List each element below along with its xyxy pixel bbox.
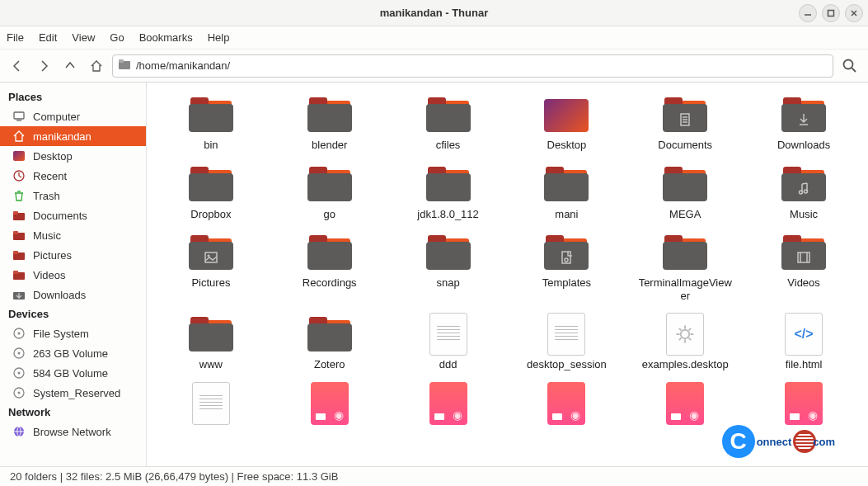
sidebar-item-label: Documents bbox=[33, 210, 87, 222]
file-item[interactable]: ◉ bbox=[389, 380, 508, 431]
sidebar: Places ComputermanikandanDesktopRecentTr… bbox=[0, 83, 147, 466]
folder-item[interactable]: snap bbox=[389, 229, 508, 305]
sidebar-item-videos[interactable]: Videos bbox=[0, 265, 146, 285]
folder-item[interactable]: Pictures bbox=[152, 229, 270, 305]
folder-item[interactable]: mani bbox=[507, 160, 626, 224]
folder-item[interactable]: TerminalImageViewer bbox=[626, 229, 744, 305]
folder-item[interactable]: Videos bbox=[744, 229, 863, 305]
folder-item[interactable]: Recordings bbox=[270, 229, 389, 305]
sidebar-item-label: Desktop bbox=[33, 150, 73, 163]
item-label: jdk1.8.0_112 bbox=[417, 208, 478, 221]
item-label: Zotero bbox=[314, 358, 345, 371]
folder-item[interactable]: Documents bbox=[626, 91, 744, 155]
forward-button[interactable] bbox=[33, 55, 54, 77]
sidebar-item-label: Computer bbox=[33, 111, 80, 123]
sidebar-item-browse-network[interactable]: Browse Network bbox=[0, 422, 146, 441]
file-item[interactable]: ◉ bbox=[507, 380, 626, 431]
close-button[interactable] bbox=[845, 4, 863, 22]
svg-rect-13 bbox=[13, 211, 18, 215]
menu-view[interactable]: View bbox=[72, 31, 95, 44]
downloads-icon bbox=[12, 287, 26, 302]
item-label: Documents bbox=[658, 139, 712, 152]
folder-item[interactable]: Music bbox=[744, 160, 863, 224]
folder-icon bbox=[424, 163, 473, 205]
up-button[interactable] bbox=[59, 55, 81, 77]
folder-item[interactable]: bin bbox=[152, 91, 270, 155]
folder-item[interactable]: Desktop bbox=[507, 91, 626, 155]
maximize-button[interactable] bbox=[822, 4, 840, 22]
sidebar-item-desktop[interactable]: Desktop bbox=[0, 146, 146, 166]
file-view[interactable]: binblendercfilesDesktopDocumentsDownload… bbox=[147, 83, 868, 466]
item-label: Templates bbox=[542, 276, 591, 290]
file-item[interactable]: ◉ bbox=[626, 380, 744, 431]
folder-item[interactable]: go bbox=[270, 160, 389, 224]
folder-item[interactable]: www bbox=[152, 310, 270, 375]
sidebar-item-trash[interactable]: Trash bbox=[0, 186, 146, 205]
folder-icon bbox=[305, 163, 354, 205]
folder-item[interactable]: Templates bbox=[507, 229, 626, 305]
menu-edit[interactable]: Edit bbox=[39, 31, 57, 44]
path-entry[interactable]: /home/manikandan/ bbox=[112, 54, 833, 78]
menu-file[interactable]: File bbox=[7, 31, 24, 44]
window-title: manikandan - Thunar bbox=[0, 7, 868, 19]
folder-item[interactable]: Zotero bbox=[270, 310, 389, 375]
file-text-icon bbox=[542, 314, 591, 355]
file-item[interactable]: </>file.html bbox=[744, 310, 863, 375]
file-item[interactable]: ddd bbox=[389, 310, 508, 375]
sidebar-item-pictures[interactable]: Pictures bbox=[0, 245, 146, 265]
svg-rect-40 bbox=[798, 252, 809, 262]
menu-bookmarks[interactable]: Bookmarks bbox=[139, 31, 193, 44]
item-label: Dropbox bbox=[190, 208, 231, 221]
svg-point-39 bbox=[565, 258, 568, 262]
svg-point-37 bbox=[207, 255, 209, 257]
disk-icon bbox=[12, 326, 26, 341]
folder-item[interactable]: cfiles bbox=[389, 91, 508, 155]
item-label: snap bbox=[436, 276, 459, 290]
home-icon bbox=[12, 129, 26, 144]
deb-icon: ◉ bbox=[542, 383, 591, 424]
folder-icon bbox=[186, 314, 236, 355]
sidebar-item-recent[interactable]: Recent bbox=[0, 166, 146, 186]
deb-icon: ◉ bbox=[660, 383, 710, 424]
folder-item[interactable]: blender bbox=[270, 91, 389, 155]
search-button[interactable] bbox=[838, 54, 861, 78]
item-label: desktop_session bbox=[527, 358, 607, 371]
menu-help[interactable]: Help bbox=[208, 31, 230, 44]
main-pane: Places ComputermanikandanDesktopRecentTr… bbox=[0, 83, 868, 466]
sidebar-item-label: Videos bbox=[33, 269, 66, 281]
sidebar-item-manikandan[interactable]: manikandan bbox=[0, 126, 146, 146]
file-item[interactable]: ◉ bbox=[744, 380, 863, 431]
trash-icon bbox=[12, 188, 26, 203]
item-label: Recordings bbox=[303, 276, 357, 290]
sidebar-item-downloads[interactable]: Downloads bbox=[0, 285, 146, 304]
sidebar-item-computer[interactable]: Computer bbox=[0, 106, 146, 126]
folder-item[interactable]: jdk1.8.0_112 bbox=[389, 160, 508, 224]
back-button[interactable] bbox=[7, 55, 28, 77]
file-item[interactable]: ◉ bbox=[270, 380, 389, 431]
sidebar-item-file-system[interactable]: File System bbox=[0, 323, 146, 343]
sidebar-item-263-gb-volume[interactable]: 263 GB Volume bbox=[0, 343, 146, 363]
svg-point-26 bbox=[18, 372, 21, 375]
file-item[interactable]: desktop_session bbox=[507, 310, 626, 375]
folder-icon bbox=[424, 232, 473, 273]
folder-item[interactable]: Downloads bbox=[744, 91, 863, 155]
folder-item[interactable]: MEGA bbox=[626, 160, 744, 224]
sidebar-item-system-reserved[interactable]: System_Reserved bbox=[0, 383, 146, 403]
menu-go[interactable]: Go bbox=[110, 31, 124, 44]
sidebar-item-documents[interactable]: Documents bbox=[0, 205, 146, 225]
minimize-button[interactable] bbox=[799, 4, 817, 22]
file-item[interactable] bbox=[152, 380, 270, 431]
home-button[interactable] bbox=[86, 55, 107, 77]
folder-icon bbox=[660, 232, 710, 273]
deb-icon: ◉ bbox=[424, 383, 473, 424]
sidebar-item-584-gb-volume[interactable]: 584 GB Volume bbox=[0, 363, 146, 383]
svg-point-24 bbox=[18, 352, 21, 355]
item-label: Desktop bbox=[547, 139, 587, 152]
folder-item[interactable]: Dropbox bbox=[152, 160, 270, 224]
sidebar-item-music[interactable]: Music bbox=[0, 225, 146, 245]
folder-icon bbox=[660, 94, 710, 135]
sidebar-network-header: Network bbox=[0, 403, 146, 422]
file-item[interactable]: examples.desktop bbox=[626, 310, 744, 375]
sidebar-item-label: Trash bbox=[33, 190, 60, 202]
computer-icon bbox=[12, 109, 26, 124]
